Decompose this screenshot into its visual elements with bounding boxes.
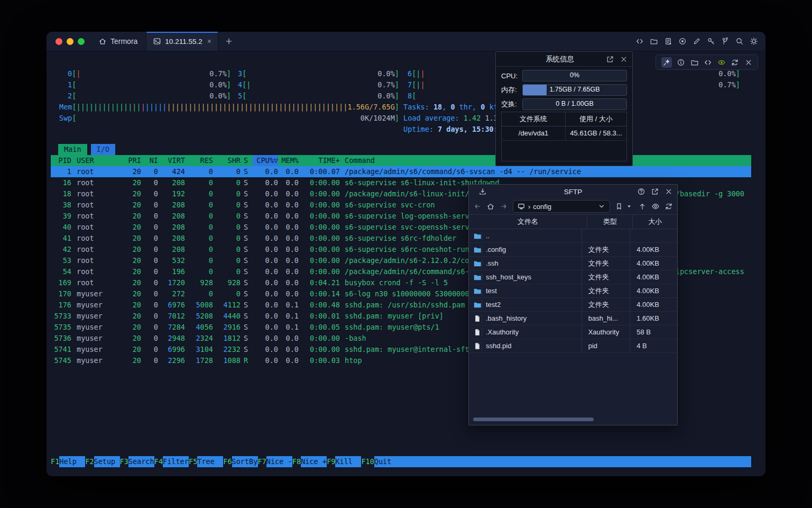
bookmark-caret-icon[interactable] (625, 202, 633, 211)
file-row[interactable]: test2文件夹4.00KB (469, 298, 677, 312)
column-header-virt[interactable]: VIRT (158, 155, 185, 166)
fnkey-label-f3[interactable]: Search (128, 456, 154, 467)
filesystem-table: 文件系统使用 / 大小 /dev/vda145.61GB / 58.3... (501, 112, 627, 161)
fnkey-label-f10[interactable]: Quit (374, 456, 400, 467)
file-row[interactable]: .ssh文件夹4.00KB (469, 257, 677, 270)
code-icon[interactable] (635, 37, 644, 46)
fnkey-label-f8[interactable]: Nice + (301, 456, 327, 467)
column-header-shr[interactable]: SHR (213, 155, 241, 166)
show-hidden-icon[interactable] (651, 202, 660, 211)
fs-column-header: 使用 / 大小 (566, 112, 626, 126)
sftp-title: SFTP (514, 188, 632, 196)
forward-icon[interactable] (500, 202, 508, 211)
fnkey-f10[interactable]: F10 (361, 456, 374, 467)
close-window-button[interactable] (56, 38, 62, 45)
refresh-icon[interactable] (665, 202, 673, 211)
file-fill-icon (473, 314, 482, 323)
htop-tab-io[interactable]: I/O (91, 144, 115, 155)
horizontal-scrollbar[interactable] (473, 418, 594, 421)
nvidia-icon[interactable] (717, 58, 726, 67)
close-icon[interactable] (620, 55, 628, 64)
file-column-header-name[interactable]: 文件名 (469, 215, 587, 229)
fnkey-f5[interactable]: F5 (189, 456, 197, 467)
open-in-new-icon[interactable] (606, 55, 614, 64)
fnkey-f4[interactable]: F4 (154, 456, 163, 467)
file-column-header-type[interactable]: 类型 (587, 215, 633, 229)
zoom-window-button[interactable] (78, 38, 85, 45)
titlebar-actions (635, 37, 758, 46)
fnkey-f2[interactable]: F2 (85, 456, 94, 467)
column-header-pid[interactable]: PID (51, 155, 71, 166)
file-row[interactable]: .. (469, 229, 677, 243)
fnkey-label-f9[interactable]: Kill (335, 456, 361, 467)
fnbar-filler (400, 456, 751, 467)
upload-icon[interactable] (638, 202, 647, 211)
home-icon[interactable] (486, 202, 495, 211)
info-icon[interactable] (677, 58, 685, 67)
download-icon[interactable] (478, 187, 487, 196)
column-header-cpu[interactable]: CPU%▽ (253, 155, 278, 166)
close-icon[interactable] (665, 187, 673, 196)
pencil-icon[interactable] (693, 37, 701, 46)
column-header-user[interactable]: USER (71, 155, 119, 166)
keychain-icon[interactable] (721, 37, 730, 46)
column-header-time[interactable]: TIME+ (299, 155, 340, 166)
fnkey-f8[interactable]: F8 (292, 456, 301, 467)
file-table-header[interactable]: 文件名类型大小 (469, 214, 677, 229)
fnkey-label-f4[interactable]: Filter (163, 456, 189, 467)
search-icon[interactable] (735, 37, 744, 46)
system-info-title: 系统信息 (519, 55, 601, 64)
document-icon[interactable] (664, 37, 672, 46)
folder-icon[interactable] (690, 58, 699, 67)
chevron-down-icon[interactable] (597, 202, 606, 211)
column-header-res[interactable]: RES (185, 155, 213, 166)
record-icon[interactable] (678, 37, 687, 46)
file-row[interactable]: .XauthorityXauthority58 B (469, 325, 677, 339)
file-column-header-size[interactable]: 大小 (633, 215, 677, 229)
file-row[interactable]: ssh_host_keys文件夹4.00KB (469, 270, 677, 284)
new-tab-button[interactable] (225, 37, 233, 46)
fnkey-label-f2[interactable]: Setup (94, 456, 120, 467)
open-in-new-icon[interactable] (651, 187, 659, 196)
file-row[interactable]: .bash_historybash_hi...1.60KB (469, 312, 677, 325)
fnkey-label-f6[interactable]: SortBy (232, 456, 258, 467)
breadcrumb-separator: › (528, 203, 530, 211)
session-tab[interactable]: 10.211.55.2 × (146, 32, 218, 51)
column-header-s[interactable]: S (241, 155, 253, 166)
folder-icon[interactable] (650, 37, 658, 46)
fnkey-label-f7[interactable]: Nice - (266, 456, 292, 467)
folder-fill-icon (473, 246, 482, 254)
fnkey-f3[interactable]: F3 (120, 456, 128, 467)
fnkey-f1[interactable]: F1 (51, 456, 59, 467)
app-window: Termora 10.211.55.2 × MainI/O PIDUSERPRI… (47, 32, 765, 476)
file-row[interactable]: sshd.pidpid4 B (469, 339, 677, 353)
column-header-ni[interactable]: NI (141, 155, 158, 166)
back-icon[interactable] (473, 202, 482, 211)
fnkey-f6[interactable]: F6 (223, 456, 232, 467)
file-row[interactable]: test文件夹4.00KB (469, 284, 677, 298)
process-row-pid-1[interactable]: 1root20042400S0.00.00:00.07/package/admi… (51, 166, 751, 177)
fnkey-f7[interactable]: F7 (258, 456, 266, 467)
column-header-mem[interactable]: MEM% (278, 155, 299, 166)
computer-icon (517, 202, 525, 211)
fnkey-label-f1[interactable]: Help (59, 456, 85, 467)
close-tab-icon[interactable]: × (207, 37, 211, 46)
app-home-tab[interactable]: Termora (98, 37, 137, 46)
code-icon[interactable] (704, 58, 712, 67)
terminal-icon (153, 37, 161, 46)
file-row[interactable]: .config文件夹4.00KB (469, 243, 677, 257)
column-header-pri[interactable]: PRI (119, 155, 141, 166)
gear-icon[interactable] (750, 37, 758, 46)
close-icon[interactable] (744, 58, 753, 67)
fnkey-label-f5[interactable]: Tree (197, 456, 223, 467)
minimize-window-button[interactable] (67, 38, 73, 45)
refresh-icon[interactable] (731, 58, 739, 67)
htop-tab-main[interactable]: Main (58, 144, 87, 155)
path-breadcrumb[interactable]: › config (513, 200, 610, 213)
fnkey-f9[interactable]: F9 (327, 456, 335, 467)
pin-icon[interactable] (661, 57, 672, 68)
process-table-header[interactable]: PIDUSERPRINIVIRTRESSHRSCPU%▽MEM%TIME+Com… (51, 155, 751, 166)
help-icon[interactable] (637, 187, 645, 196)
key-icon[interactable] (707, 37, 715, 46)
bookmark-icon[interactable] (615, 202, 623, 211)
